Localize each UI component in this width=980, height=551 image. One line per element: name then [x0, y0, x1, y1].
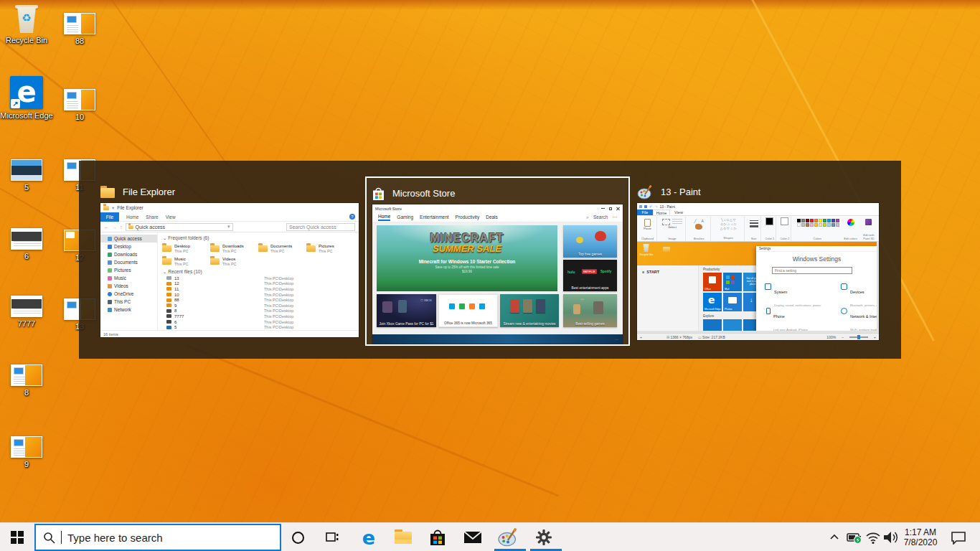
desktop-icon-edge[interactable]: e ↗ Microsoft Edge [0, 76, 53, 121]
recent-file-row: 12This PC\Desktop [158, 281, 359, 287]
desktop-icon-recycle-bin[interactable]: ♻ Recycle Bin [0, 4, 53, 45]
photos-tile: Photos [723, 293, 742, 311]
network-icon [841, 308, 847, 314]
taskbar-store-button[interactable] [422, 523, 453, 551]
recycle-bin-mini-label: Recycle Bin [637, 253, 656, 256]
thumb-orange [81, 14, 95, 34]
close-icon [616, 207, 620, 210]
mini-address-bar: ← → ↑ Quick access ▾ Search Quick access [100, 222, 359, 232]
icon-label: 6 [0, 252, 53, 261]
edit-with-paint3d-button: Edit with Paint 3D [860, 217, 877, 241]
desktop-icon-9[interactable]: 9 [0, 436, 53, 469]
store-icon [429, 528, 446, 547]
settings-item-phone: PhoneLink your Android, iPhone [765, 308, 831, 333]
alt-tab-overlay: File Explorer ▾ File Explorer File Home … [79, 161, 901, 359]
mini-window-title: File Explorer [117, 205, 143, 210]
desktop-icon-10[interactable]: 10 [53, 89, 106, 122]
tray-show-hidden-icons[interactable] [825, 523, 844, 551]
taskbar-paint-button[interactable] [492, 523, 524, 551]
action-center-icon [951, 530, 966, 545]
file-explorer-preview[interactable]: ▾ File Explorer File Home Share View ? ←… [100, 203, 359, 337]
paint-preview[interactable]: ↶ ↷ 13 - Paint File Home View Paste Clip… [637, 203, 879, 340]
desktop-icon-5[interactable]: 5 [0, 159, 53, 192]
search-placeholder: Search Quick access [289, 225, 336, 230]
card-header: Microsoft Store [372, 182, 623, 204]
size-group: Size [747, 217, 762, 241]
sidebar-item: Pictures [100, 266, 157, 274]
folder-mini-icon [663, 247, 670, 252]
zoom-in-icon: + [874, 335, 876, 339]
taskbar-mail-button[interactable] [457, 523, 489, 551]
taskbar-settings-button[interactable] [528, 523, 560, 551]
search-input[interactable]: Type here to search [34, 524, 281, 551]
tray-wifi[interactable] [864, 523, 882, 551]
sidebar-item: Music [100, 274, 157, 282]
desktop-icon-6[interactable]: 6 [0, 228, 53, 261]
settings-titlebar: Settings [756, 246, 877, 252]
paint-icon [497, 528, 519, 547]
icon-label: 5 [0, 183, 53, 192]
palette-swatch [814, 223, 818, 227]
taskbar-edge-button[interactable]: e [353, 523, 385, 551]
alt-tab-card-microsoft-store[interactable]: Microsoft Store Microsoft Store Home Gam… [365, 176, 630, 346]
screenshot-thumbnail-icon [11, 296, 42, 317]
tile-top-free-games: Top free games [563, 225, 617, 258]
mini-sidebar: Quick access Desktop Downloads Documents… [100, 232, 158, 330]
cortana-icon [292, 532, 304, 544]
zoom-slider [849, 336, 868, 338]
explore-header: Explore [703, 314, 714, 318]
mini-canvas: Recycle Bin ≡ START Productivity Office [637, 242, 879, 333]
palette-swatch [831, 223, 835, 227]
cortana-button[interactable] [282, 523, 314, 551]
taskbar-file-explorer-button[interactable] [387, 523, 419, 551]
mini-ribbon-tabs: File Home Share View ? [100, 212, 359, 222]
tile-entertainment-apps: hulu NETFLIX Spotify Best entertainment … [563, 260, 617, 291]
recent-file-row: 8This PC\Desktop [158, 309, 359, 314]
excel-icon [459, 303, 465, 309]
thumb-orange [25, 365, 42, 385]
thumb-lines [14, 377, 25, 384]
start-label: START [646, 270, 659, 274]
recent-files-header: ⌄ Recent files (10) [158, 268, 359, 276]
action-center-button[interactable] [946, 523, 971, 551]
start-menu-panel: ≡ START [637, 265, 699, 333]
sidebar-item: OneDrive [100, 290, 157, 298]
screenshot-thumbnail-icon [11, 228, 42, 250]
tray-battery[interactable] [845, 523, 864, 551]
task-view-button[interactable] [316, 523, 348, 551]
recent-file-row: 9This PC\Desktop [158, 303, 359, 309]
recent-file-row: 11This PC\Desktop [158, 286, 359, 292]
hero-title: Minecraft for Windows 10 Starter Collect… [377, 259, 557, 264]
tray-clock[interactable]: 1:17 AM 7/8/2020 [898, 523, 943, 551]
find-a-setting-box: Find a setting [772, 267, 852, 274]
recent-file-row: 13This PC\Desktop [158, 276, 359, 281]
alt-tab-card-file-explorer[interactable]: File Explorer ▾ File Explorer File Home … [95, 176, 364, 346]
desktop-icon-7777[interactable]: 7777 [0, 296, 53, 329]
tray-date: 7/8/2020 [904, 537, 938, 547]
thumb-orange [25, 437, 42, 457]
mail-cluster-tile: Mail [723, 273, 742, 291]
settings-heading: Windows Settings [756, 255, 877, 263]
brush-icon [695, 224, 702, 230]
movie-poster [523, 299, 532, 313]
color2-swatch: Color 2 [778, 217, 791, 241]
alt-tab-card-paint[interactable]: 13 - Paint ↶ ↷ 13 - Paint File Home View [631, 176, 885, 346]
view-tab: View [166, 215, 176, 220]
desktop-icon-8[interactable]: 8 [0, 364, 53, 397]
mini-titlebar: ↶ ↷ 13 - Paint [637, 203, 879, 209]
edit-colors-button: Edit colors [843, 217, 858, 241]
game-logo: ⌂⌂ [580, 297, 584, 301]
sidebar-item: Downloads [100, 250, 157, 258]
more-icon: ⋯ [613, 215, 618, 220]
file-explorer-icon [395, 532, 412, 544]
nav-productivity: Productivity [456, 215, 480, 220]
start-button[interactable] [0, 523, 34, 551]
tile-caption: Best entertainment apps [563, 286, 617, 290]
sidebar-item: Videos [100, 282, 157, 290]
microsoft-store-preview[interactable]: Microsoft Store Home Gaming Entertainmen… [372, 204, 623, 344]
hero-subtitle: Save up to 25% off with this limited tim… [377, 265, 557, 269]
icon-label: Microsoft Edge [0, 111, 53, 121]
desktop-icon-88[interactable]: 88 [53, 13, 106, 46]
icon-label: 9 [0, 460, 53, 469]
system-icon [765, 283, 771, 290]
